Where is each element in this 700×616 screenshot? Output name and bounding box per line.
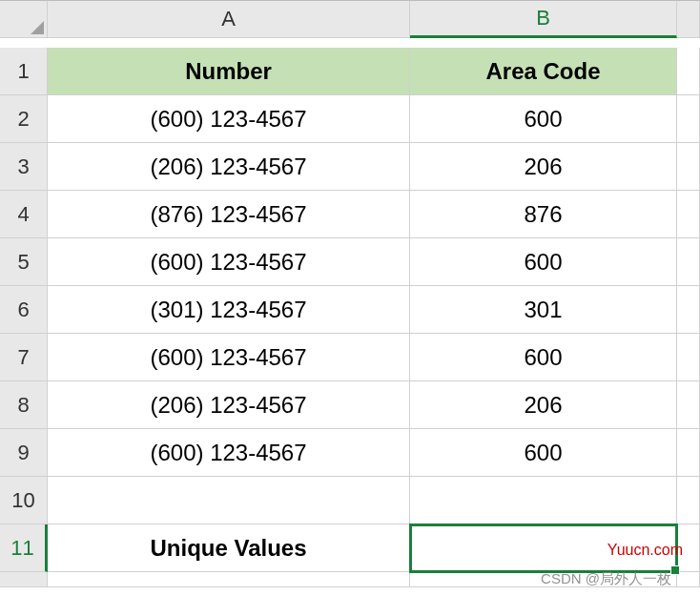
cell-A2[interactable]: (600) 123-4567 (48, 95, 410, 143)
row-header-6[interactable]: 6 (0, 286, 48, 334)
cell-A1[interactable]: Number (48, 48, 410, 95)
cell-C4[interactable] (677, 191, 700, 238)
cell-C3[interactable] (677, 143, 700, 191)
cell-A9[interactable]: (600) 123-4567 (48, 429, 410, 477)
row-header-1[interactable]: 1 (0, 48, 48, 95)
cell-B10[interactable] (410, 477, 677, 524)
cell-A4[interactable]: (876) 123-4567 (48, 191, 410, 238)
cell-B7[interactable]: 600 (410, 334, 677, 381)
cell-A6[interactable]: (301) 123-4567 (48, 286, 410, 334)
cell-B4[interactable]: 876 (410, 191, 677, 238)
col-header-B[interactable]: B (410, 0, 677, 38)
cell-C9[interactable] (677, 429, 700, 477)
row-header-12[interactable] (0, 572, 48, 587)
cell-A7[interactable]: (600) 123-4567 (48, 334, 410, 381)
cell-A5[interactable]: (600) 123-4567 (48, 238, 410, 286)
row-header-7[interactable]: 7 (0, 334, 48, 381)
cell-A8[interactable]: (206) 123-4567 (48, 381, 410, 429)
cell-A11[interactable]: Unique Values (48, 524, 410, 572)
row-header-11[interactable]: 11 (0, 524, 48, 572)
cell-C7[interactable] (677, 334, 700, 381)
row-header-9[interactable]: 9 (0, 429, 48, 477)
cell-B9[interactable]: 600 (410, 429, 677, 477)
spreadsheet-grid: A B 1 Number Area Code 2 (600) 123-4567 … (0, 0, 700, 616)
cell-A10[interactable] (48, 477, 410, 524)
row-header-2[interactable]: 2 (0, 95, 48, 143)
watermark-site: Yuucn.com (607, 542, 683, 559)
cell-B1[interactable]: Area Code (410, 48, 677, 95)
cell-B3[interactable]: 206 (410, 143, 677, 191)
cell-C1[interactable] (677, 48, 700, 95)
col-header-A[interactable]: A (48, 0, 410, 38)
select-all-corner[interactable] (0, 0, 48, 38)
cell-B2[interactable]: 600 (410, 95, 677, 143)
cell-B8[interactable]: 206 (410, 381, 677, 429)
watermark-author: CSDN @局外人一枚 (541, 570, 671, 588)
row-header-3[interactable]: 3 (0, 143, 48, 191)
row-header-5[interactable]: 5 (0, 238, 48, 286)
cell-C10[interactable] (677, 477, 700, 524)
cell-C8[interactable] (677, 381, 700, 429)
col-header-C[interactable] (677, 0, 700, 38)
cell-A12[interactable] (48, 572, 410, 587)
cell-B6[interactable]: 301 (410, 286, 677, 334)
cell-C2[interactable] (677, 95, 700, 143)
cell-C5[interactable] (677, 238, 700, 286)
row-header-8[interactable]: 8 (0, 381, 48, 429)
row-header-4[interactable]: 4 (0, 191, 48, 238)
cell-A3[interactable]: (206) 123-4567 (48, 143, 410, 191)
row-header-10[interactable]: 10 (0, 477, 48, 524)
cell-C12[interactable] (677, 572, 700, 587)
cell-B5[interactable]: 600 (410, 238, 677, 286)
cell-C6[interactable] (677, 286, 700, 334)
